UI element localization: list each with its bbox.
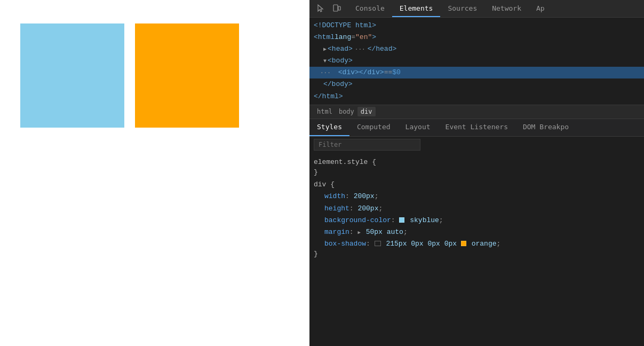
tab-computed[interactable]: Computed	[349, 119, 398, 136]
tab-dom-breakpoints[interactable]: DOM Breakpo	[515, 119, 576, 136]
shadow-icon[interactable]	[375, 241, 381, 246]
filter-input[interactable]	[314, 139, 420, 151]
element-style-section: element.style { }	[309, 155, 644, 177]
breadcrumb: html body div	[309, 105, 644, 119]
tree-doctype: <!DOCTYPE html>	[309, 20, 644, 32]
toolbar-tabs: Console Elements Sources Network Ap	[348, 0, 552, 17]
device-icon[interactable]	[330, 3, 344, 14]
prop-height: height: 200px;	[314, 203, 640, 215]
breadcrumb-body[interactable]: body	[336, 107, 357, 116]
filter-bar	[309, 137, 644, 153]
svg-rect-1	[338, 6, 340, 10]
tree-html-close[interactable]: </html>	[309, 91, 644, 103]
prop-margin: margin: ▶ 50px auto;	[314, 226, 640, 238]
tab-layout[interactable]: Layout	[398, 119, 438, 136]
breadcrumb-html[interactable]: html	[314, 107, 336, 116]
tab-app[interactable]: Ap	[529, 0, 552, 17]
prop-box-shadow: box-shadow: 215px 0px 0px 0px orange;	[314, 238, 640, 250]
tab-sources[interactable]: Sources	[440, 0, 484, 17]
cursor-icon[interactable]	[314, 3, 328, 14]
orange-box	[135, 23, 239, 128]
html-tree: <!DOCTYPE html> <html lang="en"> ▶ <head…	[309, 18, 644, 105]
tree-div[interactable]: ··· <div></div> == $0	[309, 67, 644, 78]
tab-styles[interactable]: Styles	[309, 119, 349, 136]
breadcrumb-div[interactable]: div	[357, 107, 376, 116]
devtools-panel: Console Elements Sources Network Ap <!DO…	[309, 0, 644, 346]
tree-head[interactable]: ▶ <head> ··· </head>	[309, 43, 644, 55]
div-rule-close: }	[314, 250, 640, 258]
tree-body[interactable]: ▼ <body>	[309, 55, 644, 67]
styles-panel: element.style { } div { width: 200px; he…	[309, 153, 644, 346]
styles-tabs: Styles Computed Layout Event Listeners D…	[309, 119, 644, 137]
element-style-selector: element.style {	[314, 156, 640, 168]
prop-width: width: 200px;	[314, 191, 640, 202]
tree-body-close[interactable]: </body>	[309, 78, 644, 90]
devtools-toolbar: Console Elements Sources Network Ap	[309, 0, 644, 18]
tab-console[interactable]: Console	[348, 0, 392, 17]
blue-box	[20, 23, 124, 128]
element-style-close: }	[314, 168, 640, 176]
prop-background-color: background-color: skyblue;	[314, 215, 640, 226]
preview-panel	[0, 0, 309, 346]
svg-rect-0	[333, 5, 338, 11]
orange-swatch[interactable]	[461, 241, 466, 246]
toolbar-icons	[309, 3, 348, 14]
tab-network[interactable]: Network	[484, 0, 529, 17]
tab-elements[interactable]: Elements	[392, 0, 441, 17]
tree-html[interactable]: <html lang="en">	[309, 32, 644, 43]
tab-event-listeners[interactable]: Event Listeners	[438, 119, 515, 136]
div-rule-selector: div {	[314, 178, 640, 191]
div-rule-section: div { width: 200px; height: 200px; backg…	[309, 177, 644, 259]
skyblue-swatch[interactable]	[399, 217, 404, 223]
